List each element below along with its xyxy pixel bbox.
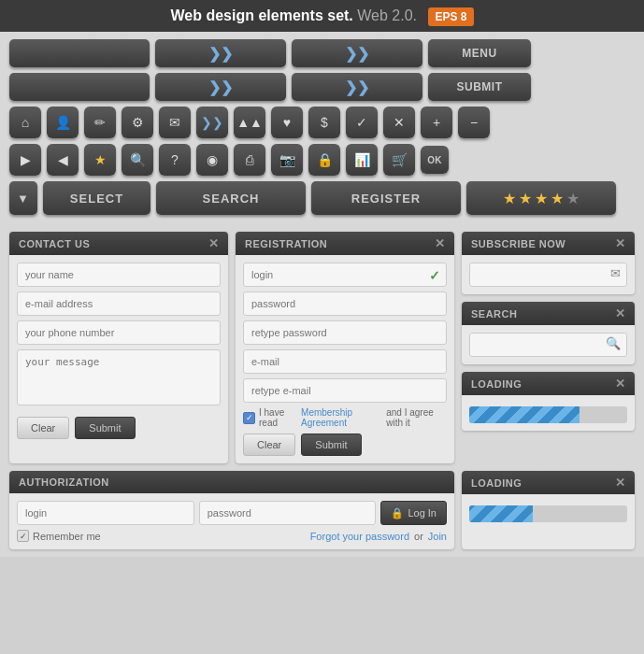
search-input[interactable] — [469, 333, 627, 357]
edit-icon-btn[interactable]: ✏ — [84, 107, 116, 138]
contact-close-icon[interactable]: ✕ — [208, 237, 220, 249]
remember-me-label[interactable]: ✓ Remember me — [17, 530, 101, 542]
toolbar-btn-dropdown-1[interactable]: ❯❯ — [155, 39, 286, 67]
loading-panel-2: LOADING ✕ — [462, 471, 635, 549]
contact-phone-input[interactable] — [17, 320, 221, 345]
login-btn[interactable]: 🔒 Log In — [380, 501, 447, 525]
loading-1-close-icon[interactable]: ✕ — [615, 377, 626, 390]
toolbar-btn-dropdown-3[interactable]: ❯❯ — [155, 73, 286, 101]
close-icon: ✕ — [394, 115, 405, 130]
search-close-icon[interactable]: ✕ — [615, 307, 626, 320]
search-panel-header: SEARCH ✕ — [462, 302, 635, 325]
menu-button[interactable]: MENU — [428, 39, 531, 67]
chart-icon-btn[interactable]: 📊 — [346, 144, 378, 176]
search-panel-title: SEARCH — [471, 308, 517, 320]
chevron-down-double-icon: ❯❯ — [201, 115, 223, 130]
submit-button[interactable]: SUBMIT — [428, 73, 531, 101]
ok-icon-btn[interactable]: OK — [421, 146, 449, 174]
dollar-icon-btn[interactable]: $ — [308, 107, 340, 138]
membership-link[interactable]: Membership Agreement — [301, 407, 382, 428]
eps-badge: EPS 8 — [428, 7, 473, 26]
auth-footer: ✓ Remember me Forgot your password or Jo… — [17, 530, 447, 542]
registration-clear-btn[interactable]: Clear — [243, 434, 295, 456]
bottom-row: AUTHORIZATION 🔒 Log In ✓ Remember me For… — [0, 471, 644, 557]
search-icon-btn[interactable]: 🔍 — [122, 144, 153, 176]
chevron-down-btn[interactable]: ❯❯ — [196, 107, 228, 138]
star-icon-btn[interactable]: ★ — [84, 144, 116, 176]
chevron-up-btn[interactable]: ▲▲ — [234, 107, 265, 138]
contact-clear-btn[interactable]: Clear — [17, 417, 69, 439]
contact-panel-body: Clear Submit — [9, 255, 228, 447]
minus-icon-btn[interactable]: − — [458, 107, 490, 138]
contact-submit-btn[interactable]: Submit — [75, 417, 135, 439]
loading-2-close-icon[interactable]: ✕ — [615, 476, 626, 489]
registration-retype-email-input[interactable] — [243, 378, 447, 403]
print-icon-btn[interactable]: ⎙ — [234, 144, 265, 176]
minus-icon: − — [470, 115, 478, 130]
lock-btn-icon: 🔒 — [391, 507, 404, 519]
agree-checkbox[interactable]: ✓ — [243, 412, 255, 424]
subscribe-email-input[interactable] — [469, 263, 627, 287]
heart-icon-btn[interactable]: ♥ — [271, 107, 303, 138]
subscribe-close-icon[interactable]: ✕ — [615, 237, 626, 249]
prev-icon-btn[interactable]: ◀ — [47, 144, 79, 176]
home-icon-btn[interactable]: ⌂ — [9, 107, 41, 138]
registration-panel: REGISTRATION ✕ ✓ ✓ I have read Membershi… — [236, 232, 454, 463]
lock-icon-btn[interactable]: 🔒 — [308, 144, 340, 176]
close-icon-btn[interactable]: ✕ — [383, 107, 415, 138]
chevron-down-icon-4: ❯❯ — [345, 78, 370, 96]
cart-icon-btn[interactable]: 🛒 — [383, 144, 415, 176]
contact-name-input[interactable] — [17, 263, 221, 287]
subscribe-input-wrapper: ✉ — [469, 263, 627, 287]
join-link[interactable]: Join — [428, 531, 447, 542]
loading-panel-1-title: LOADING — [471, 378, 522, 390]
auth-panel-title: AUTHORIZATION — [19, 476, 109, 488]
next-icon: ▶ — [21, 152, 31, 167]
toolbar-btn-plain-2[interactable] — [9, 73, 150, 101]
check-icon-btn[interactable]: ✓ — [346, 107, 378, 138]
dollar-icon: $ — [321, 115, 328, 130]
register-btn[interactable]: REGISTER — [311, 181, 461, 215]
loading-panel-1: LOADING ✕ — [462, 372, 635, 431]
remember-me-checkbox[interactable]: ✓ — [17, 530, 29, 542]
search-panel-body: 🔍 — [462, 325, 635, 364]
gear-icon: ⚙ — [132, 115, 144, 130]
chat-icon-btn[interactable]: ✉ — [159, 107, 191, 138]
registration-login-input[interactable] — [243, 263, 447, 287]
auth-panel: AUTHORIZATION 🔒 Log In ✓ Remember me For… — [9, 471, 454, 549]
toolbar-btn-dropdown-2[interactable]: ❯❯ — [292, 39, 422, 67]
plus-icon-btn[interactable]: + — [421, 107, 452, 138]
auth-password-input[interactable] — [199, 501, 377, 525]
toolbar-btn-dropdown-4[interactable]: ❯❯ — [292, 73, 422, 101]
select-btn[interactable]: SELECT — [43, 181, 150, 215]
registration-retype-password-input[interactable] — [243, 320, 447, 345]
forgot-password-link[interactable]: Forgot your password — [310, 531, 409, 542]
star-icon: ★ — [94, 152, 107, 167]
toolbar-btn-plain-1[interactable] — [9, 39, 150, 67]
registration-close-icon[interactable]: ✕ — [435, 237, 446, 249]
user-icon-btn[interactable]: 👤 — [47, 107, 79, 138]
prev-icon: ◀ — [58, 152, 68, 167]
star-4: ★ — [551, 190, 564, 207]
registration-panel-title: REGISTRATION — [245, 238, 327, 249]
or-text: or — [414, 531, 423, 542]
auth-login-input[interactable] — [17, 501, 194, 525]
select-arrow-btn[interactable]: ▼ — [9, 181, 37, 215]
registration-form-buttons: Clear Submit — [243, 434, 447, 456]
search-btn[interactable]: SEARCH — [156, 181, 306, 215]
gear-icon-btn[interactable]: ⚙ — [122, 107, 153, 138]
contact-message-input[interactable] — [17, 349, 221, 405]
camera-icon-btn[interactable]: 📷 — [271, 144, 303, 176]
rss-icon-btn[interactable]: ◉ — [196, 144, 228, 176]
rating-stars[interactable]: ★ ★ ★ ★ ★ — [466, 181, 616, 215]
registration-email-input[interactable] — [243, 349, 447, 374]
envelope-icon: ✉ — [610, 266, 621, 280]
question-icon-btn[interactable]: ? — [159, 144, 191, 176]
registration-submit-btn[interactable]: Submit — [301, 434, 361, 456]
chart-icon: 📊 — [354, 152, 370, 167]
next-icon-btn[interactable]: ▶ — [9, 144, 41, 176]
contact-email-input[interactable] — [17, 291, 221, 316]
toolbar-row-1: ❯❯ ❯❯ MENU — [9, 39, 635, 67]
auth-panel-body: 🔒 Log In ✓ Remember me Forgot your passw… — [9, 493, 454, 549]
registration-password-input[interactable] — [243, 291, 447, 316]
